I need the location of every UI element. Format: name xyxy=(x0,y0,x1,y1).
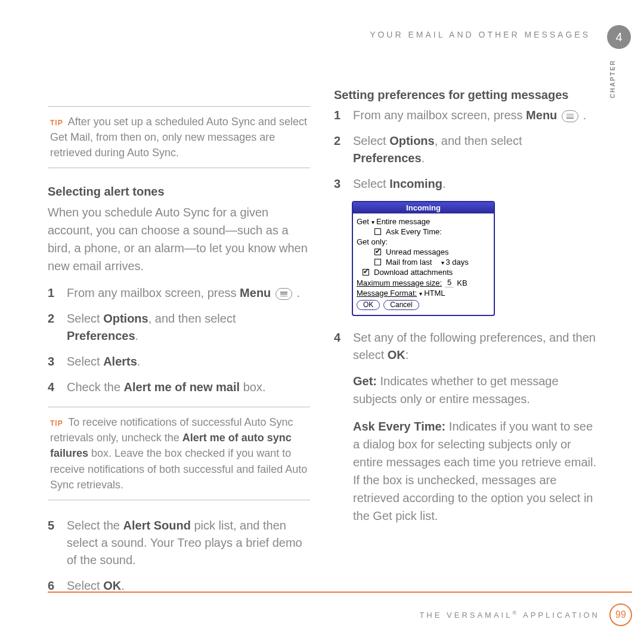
step-text: , and then select xyxy=(435,134,522,147)
tip-text: box. Leave the box checked if you want t… xyxy=(50,447,307,490)
step-text: . xyxy=(580,109,586,122)
step-bold: Preferences xyxy=(67,329,135,342)
step-text: Select xyxy=(353,177,389,190)
cancel-button[interactable]: Cancel xyxy=(383,300,419,310)
steps-left-cont: Select the Alert Sound pick list, and th… xyxy=(48,517,310,595)
tip-label: TIP xyxy=(50,419,63,428)
step-text: , and then select xyxy=(148,312,236,325)
rstep-2: Select Options, and then select Preferen… xyxy=(334,132,596,167)
maxsize-unit: KB xyxy=(457,278,467,287)
dialog-buttons: OK Cancel xyxy=(357,300,490,310)
getonly-label: Get only: xyxy=(357,237,490,246)
unread-checkbox[interactable] xyxy=(374,249,381,255)
tip-box-2: TIP To receive notifications of successf… xyxy=(48,407,310,500)
step-bold: OK xyxy=(103,579,121,592)
unread-row: Unread messages xyxy=(357,247,490,256)
step-text: . xyxy=(442,177,446,190)
format-label: Message Format: xyxy=(357,289,417,298)
step-bold: Menu xyxy=(526,109,557,122)
dialog-body: Get Entire message Ask Every Time: Get o… xyxy=(353,213,494,315)
step-text: box. xyxy=(240,380,265,394)
step-text: Select xyxy=(67,355,103,368)
mailfrom-dropdown[interactable]: 3 days xyxy=(441,258,469,267)
registered-icon: ® xyxy=(512,610,519,616)
incoming-dialog-screenshot: Incoming Get Entire message Ask Every Ti… xyxy=(352,201,495,316)
mailfrom-label: Mail from last xyxy=(386,258,432,267)
maxsize-label: Maximum message size: xyxy=(357,278,442,287)
step-5: Select the Alert Sound pick list, and th… xyxy=(48,517,310,569)
step-bold: Options xyxy=(103,312,148,325)
step-bold: Incoming xyxy=(389,177,442,190)
step-bold: OK xyxy=(388,348,405,361)
pref-term: Ask Every Time: xyxy=(353,420,445,433)
intro-text: When you schedule Auto Sync for a given … xyxy=(48,203,310,275)
footer-text-post: APPLICATION xyxy=(519,611,600,620)
tip-box-1: TIP After you set up a scheduled Auto Sy… xyxy=(48,106,310,168)
step-text: . xyxy=(422,151,425,165)
get-label: Get xyxy=(357,217,369,226)
step-text: . xyxy=(293,286,300,299)
chapter-label-vertical: CHAPTER xyxy=(609,60,616,98)
right-column: YOUR EMAIL AND OTHER MESSAGES Setting pr… xyxy=(334,30,596,603)
ok-button[interactable]: OK xyxy=(357,300,380,310)
menu-icon xyxy=(275,288,292,300)
step-bold: Alert me of new mail xyxy=(124,380,240,394)
step-bold: Options xyxy=(389,134,435,147)
unread-label: Unread messages xyxy=(386,247,449,256)
step-3: Select Alerts. xyxy=(48,353,310,370)
get-row: Get Entire message xyxy=(357,217,490,226)
pref-text: Indicates whether to get message subject… xyxy=(353,374,559,405)
mailfrom-row: Mail from last 3 days xyxy=(357,258,490,267)
tip-text: After you set up a scheduled Auto Sync a… xyxy=(50,116,307,159)
dialog-title: Incoming xyxy=(353,202,494,213)
format-dropdown[interactable]: HTML xyxy=(419,289,445,298)
page-footer: THE VERSAMAIL® APPLICATION 99 xyxy=(48,592,632,626)
ask-row: Ask Every Time: xyxy=(357,227,490,236)
step-bold: Menu xyxy=(240,286,271,299)
step-text: Select xyxy=(353,134,389,147)
step-4: Check the Alert me of new mail box. xyxy=(48,379,310,396)
pref-ask: Ask Every Time: Indicates if you want to… xyxy=(353,417,596,525)
left-column: TIP After you set up a scheduled Auto Sy… xyxy=(48,30,310,603)
download-row: Download attachments xyxy=(357,268,490,277)
step-text: Select xyxy=(67,579,103,592)
step-text: From any mailbox screen, press xyxy=(353,109,526,122)
step-text: . xyxy=(121,579,125,592)
step-1: From any mailbox screen, press Menu . xyxy=(48,284,310,302)
section-heading-prefs: Setting preferences for getting messages xyxy=(334,88,596,102)
menu-icon xyxy=(562,110,578,122)
chapter-badge: 4 xyxy=(607,25,631,49)
pref-term: Get: xyxy=(353,374,377,388)
pref-text: Indicates if you want to see a dialog bo… xyxy=(353,420,596,522)
ask-label: Ask Every Time: xyxy=(386,227,442,236)
footer-text-pre: THE VERSAMAIL xyxy=(419,611,512,620)
steps-left: From any mailbox screen, press Menu . Se… xyxy=(48,284,310,396)
page-content: TIP After you set up a scheduled Auto Sy… xyxy=(0,0,644,603)
step-text: From any mailbox screen, press xyxy=(67,286,240,299)
get-dropdown[interactable]: Entire message xyxy=(371,217,430,226)
step-text: : xyxy=(405,348,409,361)
format-row: Message Format: HTML xyxy=(357,289,490,298)
rstep-3: Select Incoming. xyxy=(334,175,596,193)
download-checkbox[interactable] xyxy=(363,269,369,275)
step-text: . xyxy=(137,355,141,368)
step-bold: Alerts xyxy=(103,355,137,368)
step-bold: Preferences xyxy=(353,151,422,165)
download-label: Download attachments xyxy=(374,268,453,277)
maxsize-input[interactable]: 5 xyxy=(445,278,453,287)
pref-get: Get: Indicates whether to get message su… xyxy=(353,372,596,408)
step-text: . xyxy=(135,329,139,342)
tip-label: TIP xyxy=(50,119,63,127)
step-text: Select the xyxy=(67,519,123,532)
ask-checkbox[interactable] xyxy=(374,228,381,235)
mailfrom-checkbox[interactable] xyxy=(374,259,381,265)
steps-right: From any mailbox screen, press Menu . Se… xyxy=(334,107,596,193)
rstep-1: From any mailbox screen, press Menu . xyxy=(334,107,596,124)
steps-right-cont: Set any of the following preferences, an… xyxy=(334,329,596,364)
step-2: Select Options, and then select Preferen… xyxy=(48,310,310,345)
footer-text: THE VERSAMAIL® APPLICATION xyxy=(419,610,600,620)
section-heading-alerts: Selecting alert tones xyxy=(48,185,310,199)
step-bold: Alert Sound xyxy=(123,519,191,532)
maxsize-row: Maximum message size: 5 KB xyxy=(357,278,490,287)
page-number: 99 xyxy=(609,603,632,626)
